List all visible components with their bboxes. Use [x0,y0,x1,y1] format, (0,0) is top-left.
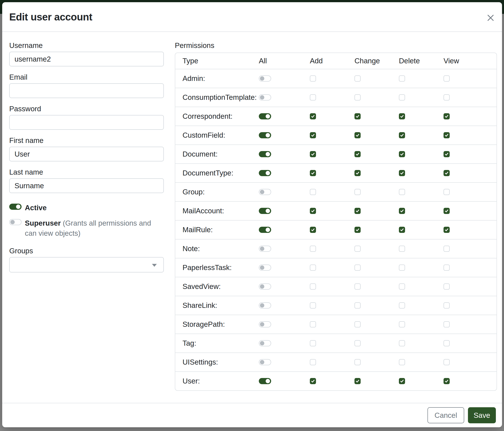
permission-delete-checkbox[interactable] [399,378,405,384]
permission-add-checkbox[interactable] [310,340,316,346]
permission-view-checkbox[interactable] [443,359,450,365]
permission-delete-checkbox[interactable] [399,170,405,176]
active-toggle[interactable] [9,204,22,210]
permission-delete-checkbox[interactable] [399,302,405,308]
permission-add-checkbox[interactable] [310,321,316,327]
first-name-group: First name [9,136,164,162]
permission-all-toggle[interactable] [259,189,271,195]
permission-add-checkbox[interactable] [310,94,316,100]
permissions-table-body: Admin:ConsumptionTemplate:Correspondent:… [175,69,496,390]
permission-all-toggle[interactable] [259,340,271,346]
permission-add-checkbox[interactable] [310,283,316,290]
permission-delete-checkbox[interactable] [399,227,405,233]
permission-change-checkbox[interactable] [354,359,361,365]
permission-change-checkbox[interactable] [354,75,361,81]
permission-change-checkbox[interactable] [354,94,361,100]
save-button[interactable]: Save [468,407,496,423]
superuser-toggle[interactable] [9,219,22,225]
permission-change-checkbox[interactable] [354,227,361,233]
first-name-input[interactable] [9,147,164,162]
username-input[interactable] [9,52,164,66]
permission-delete-checkbox[interactable] [399,246,405,252]
permission-view-checkbox[interactable] [443,113,450,119]
permission-all-toggle[interactable] [259,151,271,157]
permission-delete-checkbox[interactable] [399,283,405,290]
permission-add-checkbox[interactable] [310,132,316,138]
permission-all-toggle[interactable] [259,265,271,271]
permission-all-toggle[interactable] [259,75,271,81]
close-button[interactable] [486,13,495,23]
cancel-button[interactable]: Cancel [427,407,464,423]
permission-change-checkbox[interactable] [354,132,361,138]
permission-change-checkbox[interactable] [354,302,361,308]
permission-view-checkbox[interactable] [443,321,450,327]
permission-add-checkbox[interactable] [310,246,316,252]
groups-select[interactable] [9,257,164,272]
permission-view-checkbox[interactable] [443,265,450,271]
permission-all-toggle[interactable] [259,94,271,100]
permission-delete-checkbox[interactable] [399,265,405,271]
permission-view-checkbox[interactable] [443,302,450,308]
toggle-knob [260,341,264,345]
permission-delete-checkbox[interactable] [399,359,405,365]
permission-delete-checkbox[interactable] [399,340,405,346]
permission-add-checkbox[interactable] [310,378,316,384]
permission-all-toggle[interactable] [259,113,271,119]
permission-all-toggle[interactable] [259,132,271,138]
permission-delete-checkbox[interactable] [399,208,405,214]
permission-delete-checkbox[interactable] [399,189,405,195]
permission-add-checkbox[interactable] [310,113,316,119]
permission-add-checkbox[interactable] [310,170,316,176]
permission-add-checkbox[interactable] [310,359,316,365]
permission-all-toggle[interactable] [259,302,271,308]
permission-view-checkbox[interactable] [443,340,450,346]
permission-change-checkbox[interactable] [354,378,361,384]
permission-change-checkbox[interactable] [354,246,361,252]
permission-all-toggle[interactable] [259,170,271,176]
permission-view-checkbox[interactable] [443,75,450,81]
permission-all-toggle[interactable] [259,378,271,384]
email-input[interactable] [9,83,164,98]
permission-add-checkbox[interactable] [310,189,316,195]
permission-view-checkbox[interactable] [443,189,450,195]
permission-view-checkbox[interactable] [443,227,450,233]
permission-view-checkbox[interactable] [443,283,450,290]
permission-change-checkbox[interactable] [354,283,361,290]
permission-change-checkbox[interactable] [354,208,361,214]
permission-all-toggle[interactable] [259,321,271,327]
permission-add-checkbox[interactable] [310,75,316,81]
permission-all-toggle[interactable] [259,246,271,252]
permission-add-checkbox[interactable] [310,151,316,157]
permission-delete-checkbox[interactable] [399,94,405,100]
permission-view-checkbox[interactable] [443,378,450,384]
permission-delete-checkbox[interactable] [399,132,405,138]
permission-view-checkbox[interactable] [443,151,450,157]
permission-change-checkbox[interactable] [354,189,361,195]
permission-delete-checkbox[interactable] [399,321,405,327]
permission-all-toggle[interactable] [259,283,271,290]
permission-view-checkbox[interactable] [443,246,450,252]
permission-delete-checkbox[interactable] [399,113,405,119]
permission-change-checkbox[interactable] [354,113,361,119]
permission-add-checkbox[interactable] [310,227,316,233]
permission-change-checkbox[interactable] [354,321,361,327]
permission-change-checkbox[interactable] [354,265,361,271]
permission-delete-checkbox[interactable] [399,151,405,157]
permission-delete-checkbox[interactable] [399,75,405,81]
permission-all-toggle[interactable] [259,227,271,233]
last-name-input[interactable] [9,178,164,193]
permission-change-checkbox[interactable] [354,340,361,346]
toggle-knob [266,114,270,118]
permission-view-checkbox[interactable] [443,170,450,176]
permission-change-checkbox[interactable] [354,170,361,176]
permission-view-checkbox[interactable] [443,94,450,100]
permission-view-checkbox[interactable] [443,132,450,138]
permission-add-checkbox[interactable] [310,302,316,308]
password-input[interactable] [9,115,164,130]
permission-view-checkbox[interactable] [443,208,450,214]
permission-add-checkbox[interactable] [310,265,316,271]
permission-change-checkbox[interactable] [354,151,361,157]
permission-all-toggle[interactable] [259,359,271,365]
permission-all-toggle[interactable] [259,208,271,214]
permission-add-checkbox[interactable] [310,208,316,214]
